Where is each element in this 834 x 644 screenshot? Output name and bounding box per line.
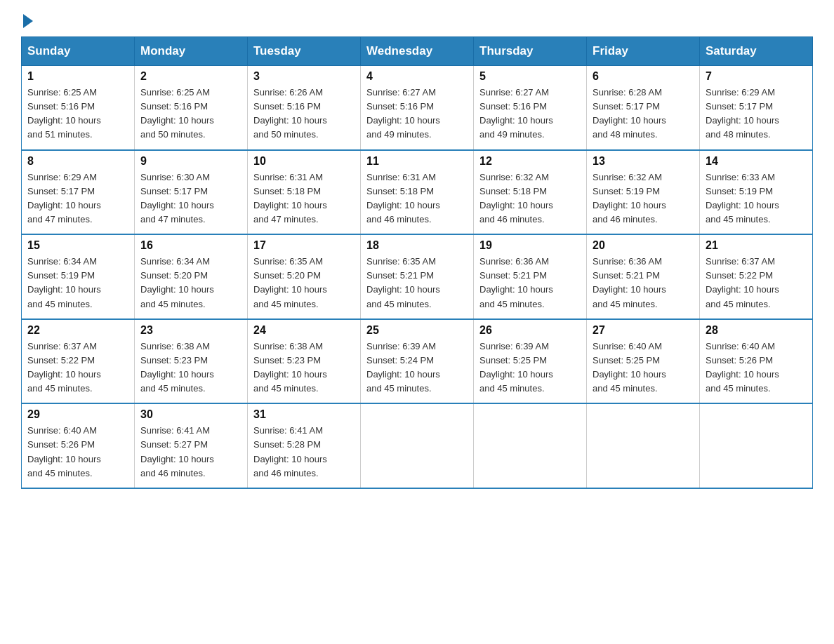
day-info: Sunrise: 6:37 AM Sunset: 5:22 PM Dayligh…	[706, 255, 807, 311]
day-number: 22	[27, 324, 128, 337]
day-info: Sunrise: 6:35 AM Sunset: 5:21 PM Dayligh…	[366, 255, 468, 311]
calendar-week-row: 1 Sunrise: 6:25 AM Sunset: 5:16 PM Dayli…	[22, 66, 813, 150]
calendar-day-cell: 24 Sunrise: 6:38 AM Sunset: 5:23 PM Dayl…	[248, 319, 361, 404]
day-number: 27	[593, 324, 694, 337]
day-info: Sunrise: 6:26 AM Sunset: 5:16 PM Dayligh…	[253, 86, 355, 142]
day-info: Sunrise: 6:29 AM Sunset: 5:17 PM Dayligh…	[706, 86, 807, 142]
calendar-day-cell: 15 Sunrise: 6:34 AM Sunset: 5:19 PM Dayl…	[22, 234, 135, 319]
calendar-week-row: 29 Sunrise: 6:40 AM Sunset: 5:26 PM Dayl…	[22, 403, 813, 488]
calendar-day-cell: 6 Sunrise: 6:28 AM Sunset: 5:17 PM Dayli…	[587, 66, 700, 150]
calendar-week-row: 22 Sunrise: 6:37 AM Sunset: 5:22 PM Dayl…	[22, 319, 813, 404]
header-day-sunday: Sunday	[22, 37, 135, 66]
day-info: Sunrise: 6:31 AM Sunset: 5:18 PM Dayligh…	[366, 170, 468, 227]
day-number: 12	[479, 155, 581, 168]
calendar-day-cell: 13 Sunrise: 6:32 AM Sunset: 5:19 PM Dayl…	[587, 150, 700, 235]
header-day-monday: Monday	[135, 37, 248, 66]
day-number: 31	[253, 408, 355, 421]
day-number: 14	[706, 155, 807, 168]
calendar-day-cell: 3 Sunrise: 6:26 AM Sunset: 5:16 PM Dayli…	[248, 66, 361, 150]
header-day-friday: Friday	[587, 37, 700, 66]
day-info: Sunrise: 6:27 AM Sunset: 5:16 PM Dayligh…	[366, 86, 468, 142]
day-number: 3	[253, 70, 355, 83]
day-info: Sunrise: 6:28 AM Sunset: 5:17 PM Dayligh…	[593, 86, 694, 142]
day-info: Sunrise: 6:38 AM Sunset: 5:23 PM Dayligh…	[140, 340, 241, 396]
day-info: Sunrise: 6:38 AM Sunset: 5:23 PM Dayligh…	[253, 340, 355, 396]
calendar-day-cell: 23 Sunrise: 6:38 AM Sunset: 5:23 PM Dayl…	[135, 319, 248, 404]
day-number: 19	[479, 239, 581, 252]
day-info: Sunrise: 6:29 AM Sunset: 5:17 PM Dayligh…	[27, 170, 128, 227]
calendar-day-cell: 30 Sunrise: 6:41 AM Sunset: 5:27 PM Dayl…	[135, 403, 248, 488]
day-number: 28	[706, 324, 807, 337]
calendar-day-cell: 1 Sunrise: 6:25 AM Sunset: 5:16 PM Dayli…	[22, 66, 135, 150]
day-number: 7	[706, 70, 807, 83]
day-number: 2	[140, 70, 241, 83]
calendar-day-cell: 8 Sunrise: 6:29 AM Sunset: 5:17 PM Dayli…	[22, 150, 135, 235]
day-info: Sunrise: 6:39 AM Sunset: 5:24 PM Dayligh…	[366, 340, 468, 396]
calendar-day-cell: 2 Sunrise: 6:25 AM Sunset: 5:16 PM Dayli…	[135, 66, 248, 150]
day-number: 9	[140, 155, 241, 168]
logo	[21, 14, 33, 24]
day-number: 16	[140, 239, 241, 252]
header-day-wednesday: Wednesday	[361, 37, 474, 66]
day-info: Sunrise: 6:34 AM Sunset: 5:20 PM Dayligh…	[140, 255, 241, 311]
day-number: 17	[253, 239, 355, 252]
calendar-day-cell: 27 Sunrise: 6:40 AM Sunset: 5:25 PM Dayl…	[587, 319, 700, 404]
calendar-day-cell	[700, 403, 813, 488]
day-number: 15	[27, 239, 128, 252]
calendar-day-cell: 17 Sunrise: 6:35 AM Sunset: 5:20 PM Dayl…	[248, 234, 361, 319]
day-number: 8	[27, 155, 128, 168]
calendar-day-cell: 7 Sunrise: 6:29 AM Sunset: 5:17 PM Dayli…	[700, 66, 813, 150]
day-number: 24	[253, 324, 355, 337]
calendar-day-cell: 29 Sunrise: 6:40 AM Sunset: 5:26 PM Dayl…	[22, 403, 135, 488]
logo-general-text	[21, 14, 33, 28]
day-info: Sunrise: 6:37 AM Sunset: 5:22 PM Dayligh…	[27, 340, 128, 396]
calendar-table: SundayMondayTuesdayWednesdayThursdayFrid…	[21, 36, 813, 489]
day-info: Sunrise: 6:32 AM Sunset: 5:18 PM Dayligh…	[479, 170, 581, 227]
day-number: 5	[479, 70, 581, 83]
day-number: 10	[253, 155, 355, 168]
page-header	[21, 14, 813, 24]
calendar-day-cell	[587, 403, 700, 488]
day-number: 6	[593, 70, 694, 83]
calendar-day-cell: 19 Sunrise: 6:36 AM Sunset: 5:21 PM Dayl…	[474, 234, 587, 319]
calendar-day-cell: 9 Sunrise: 6:30 AM Sunset: 5:17 PM Dayli…	[135, 150, 248, 235]
header-day-tuesday: Tuesday	[248, 37, 361, 66]
day-number: 29	[27, 408, 128, 421]
calendar-day-cell: 4 Sunrise: 6:27 AM Sunset: 5:16 PM Dayli…	[361, 66, 474, 150]
calendar-day-cell: 21 Sunrise: 6:37 AM Sunset: 5:22 PM Dayl…	[700, 234, 813, 319]
header-day-thursday: Thursday	[474, 37, 587, 66]
day-number: 25	[366, 324, 468, 337]
calendar-week-row: 15 Sunrise: 6:34 AM Sunset: 5:19 PM Dayl…	[22, 234, 813, 319]
day-number: 1	[27, 70, 128, 83]
day-info: Sunrise: 6:36 AM Sunset: 5:21 PM Dayligh…	[479, 255, 581, 311]
calendar-day-cell	[474, 403, 587, 488]
day-info: Sunrise: 6:30 AM Sunset: 5:17 PM Dayligh…	[140, 170, 241, 227]
day-info: Sunrise: 6:32 AM Sunset: 5:19 PM Dayligh…	[593, 170, 694, 227]
day-info: Sunrise: 6:40 AM Sunset: 5:25 PM Dayligh…	[593, 340, 694, 396]
header-day-saturday: Saturday	[700, 37, 813, 66]
calendar-day-cell: 22 Sunrise: 6:37 AM Sunset: 5:22 PM Dayl…	[22, 319, 135, 404]
day-info: Sunrise: 6:35 AM Sunset: 5:20 PM Dayligh…	[253, 255, 355, 311]
calendar-day-cell	[361, 403, 474, 488]
calendar-day-cell: 12 Sunrise: 6:32 AM Sunset: 5:18 PM Dayl…	[474, 150, 587, 235]
day-number: 11	[366, 155, 468, 168]
day-number: 26	[479, 324, 581, 337]
calendar-day-cell: 31 Sunrise: 6:41 AM Sunset: 5:28 PM Dayl…	[248, 403, 361, 488]
calendar-week-row: 8 Sunrise: 6:29 AM Sunset: 5:17 PM Dayli…	[22, 150, 813, 235]
calendar-day-cell: 26 Sunrise: 6:39 AM Sunset: 5:25 PM Dayl…	[474, 319, 587, 404]
day-info: Sunrise: 6:34 AM Sunset: 5:19 PM Dayligh…	[27, 255, 128, 311]
day-number: 30	[140, 408, 241, 421]
calendar-day-cell: 10 Sunrise: 6:31 AM Sunset: 5:18 PM Dayl…	[248, 150, 361, 235]
calendar-header-row: SundayMondayTuesdayWednesdayThursdayFrid…	[22, 37, 813, 66]
calendar-day-cell: 16 Sunrise: 6:34 AM Sunset: 5:20 PM Dayl…	[135, 234, 248, 319]
calendar-day-cell: 20 Sunrise: 6:36 AM Sunset: 5:21 PM Dayl…	[587, 234, 700, 319]
day-number: 21	[706, 239, 807, 252]
day-number: 20	[593, 239, 694, 252]
day-info: Sunrise: 6:36 AM Sunset: 5:21 PM Dayligh…	[593, 255, 694, 311]
day-info: Sunrise: 6:31 AM Sunset: 5:18 PM Dayligh…	[253, 170, 355, 227]
day-number: 18	[366, 239, 468, 252]
day-info: Sunrise: 6:41 AM Sunset: 5:28 PM Dayligh…	[253, 424, 355, 481]
day-info: Sunrise: 6:33 AM Sunset: 5:19 PM Dayligh…	[706, 170, 807, 227]
calendar-day-cell: 14 Sunrise: 6:33 AM Sunset: 5:19 PM Dayl…	[700, 150, 813, 235]
day-number: 13	[593, 155, 694, 168]
